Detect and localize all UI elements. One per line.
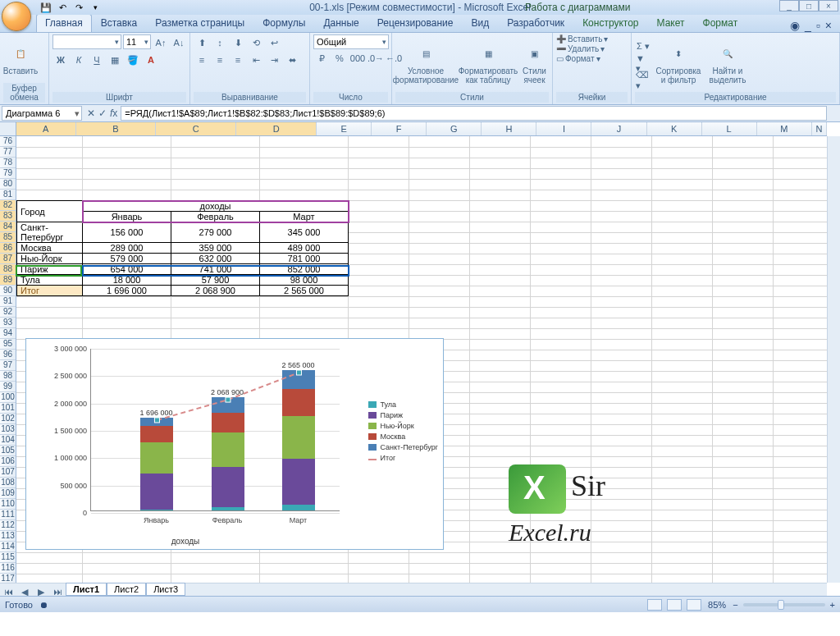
minimize-button[interactable]: _: [779, 0, 799, 11]
office-button[interactable]: [2, 2, 31, 31]
legend-item[interactable]: Нью-Йорк: [368, 422, 438, 430]
autosum-icon[interactable]: Σ ▾: [635, 38, 651, 54]
chart-x-title: доходы: [26, 537, 345, 546]
maximize-button[interactable]: □: [799, 0, 819, 11]
align-middle-icon[interactable]: ↕: [212, 34, 228, 51]
increase-decimal-icon[interactable]: .0→: [368, 50, 384, 66]
italic-icon[interactable]: К: [71, 52, 87, 68]
horizontal-scrollbar[interactable]: [185, 583, 827, 596]
page-layout-view-icon[interactable]: [667, 599, 682, 611]
tab-chart-format[interactable]: Формат: [694, 14, 747, 32]
orientation-icon[interactable]: ⟲: [248, 34, 264, 51]
tab-developer[interactable]: Разработчик: [498, 14, 573, 32]
insert-cells-button[interactable]: ➕Вставить ▾: [556, 34, 608, 43]
conditional-formatting-button[interactable]: ▤Условное форматирование: [395, 42, 456, 85]
sheet-nav-first-icon[interactable]: ⏮: [0, 583, 16, 596]
delete-cells-button[interactable]: ➖Удалить ▾: [556, 44, 605, 53]
clear-icon[interactable]: ⌫ ▾: [635, 72, 651, 89]
font-size-combo[interactable]: 11: [123, 34, 151, 49]
currency-icon[interactable]: ₽: [313, 50, 330, 66]
zoom-slider[interactable]: [743, 603, 825, 606]
bold-icon[interactable]: Ж: [52, 52, 69, 68]
tab-home[interactable]: Главная: [36, 14, 92, 32]
formula-bar[interactable]: =РЯД(Лист1!$A$89;Лист1!$B$82:$D$83;Лист1…: [121, 106, 827, 121]
legend-item[interactable]: Тула: [368, 400, 438, 409]
sheet-nav-next-icon[interactable]: ▶: [33, 583, 49, 596]
row-headers[interactable]: 7677787980818283848586878889909192939495…: [0, 136, 16, 583]
win-close-icon[interactable]: ×: [825, 19, 832, 32]
underline-icon[interactable]: Ч: [89, 52, 105, 68]
close-button[interactable]: ×: [819, 0, 838, 11]
align-top-icon[interactable]: ⬆: [194, 34, 210, 51]
indent-increase-icon[interactable]: ⇥: [266, 52, 282, 68]
column-headers[interactable]: ABCDEFGHIJKLMN: [16, 122, 827, 136]
macro-record-icon[interactable]: ⏺: [39, 600, 48, 610]
legend-item[interactable]: Париж: [368, 411, 438, 419]
tab-pagelayout[interactable]: Разметка страницы: [146, 14, 253, 32]
chart-category-label: Февраль: [203, 516, 252, 524]
find-select-button[interactable]: 🔍Найти и выделить: [705, 42, 750, 85]
select-all-button[interactable]: [0, 122, 16, 136]
font-color-icon[interactable]: A: [143, 52, 159, 68]
percent-icon[interactable]: %: [331, 50, 348, 66]
comma-icon[interactable]: 000: [349, 50, 366, 66]
tab-insert[interactable]: Вставка: [92, 14, 147, 32]
tab-formulas[interactable]: Формулы: [253, 14, 314, 32]
qat-dropdown-icon[interactable]: ▾: [89, 1, 102, 14]
undo-icon[interactable]: ↶: [56, 1, 69, 14]
save-icon[interactable]: 💾: [39, 1, 52, 14]
cancel-formula-icon[interactable]: ✕: [87, 108, 95, 119]
fill-icon[interactable]: ▼ ▾: [635, 55, 651, 71]
cell-styles-button[interactable]: ▣Стили ячеек: [520, 42, 549, 85]
win-restore-icon[interactable]: ▫: [816, 19, 820, 32]
normal-view-icon[interactable]: [647, 599, 662, 611]
legend-item[interactable]: Санкт-Петербург: [368, 443, 438, 451]
sheet-nav-last-icon[interactable]: ⏭: [49, 583, 66, 596]
format-cells-button[interactable]: ▭Формат ▾: [556, 54, 600, 63]
merge-icon[interactable]: ⬌: [284, 52, 300, 68]
zoom-out-icon[interactable]: −: [733, 600, 737, 610]
grow-font-icon[interactable]: A↑: [153, 34, 169, 51]
tab-chart-layout[interactable]: Макет: [648, 14, 694, 32]
zoom-level[interactable]: 85%: [708, 600, 726, 610]
align-left-icon[interactable]: ≡: [194, 52, 210, 68]
align-center-icon[interactable]: ≡: [212, 52, 228, 68]
border-icon[interactable]: ▦: [107, 52, 123, 68]
group-font: Шрифт: [52, 92, 186, 103]
legend-item[interactable]: Москва: [368, 432, 438, 441]
sheet-nav-prev-icon[interactable]: ◀: [16, 583, 33, 596]
sheet-tab[interactable]: Лист1: [66, 583, 107, 596]
zoom-in-icon[interactable]: +: [830, 600, 835, 610]
align-right-icon[interactable]: ≡: [230, 52, 246, 68]
tab-chart-design[interactable]: Конструктор: [573, 14, 647, 32]
align-bottom-icon[interactable]: ⬇: [230, 34, 246, 51]
shrink-font-icon[interactable]: A↓: [171, 34, 187, 51]
vertical-scrollbar[interactable]: [827, 136, 840, 583]
tab-data[interactable]: Данные: [314, 14, 368, 32]
name-box[interactable]: Диаграмма 6: [2, 106, 82, 121]
page-break-view-icon[interactable]: [687, 599, 701, 611]
win-min-icon[interactable]: _: [805, 19, 811, 32]
sheet-tab[interactable]: Лист2: [107, 583, 146, 596]
redo-icon[interactable]: ↷: [72, 1, 85, 14]
number-format-combo[interactable]: Общий: [313, 34, 389, 49]
tab-review[interactable]: Рецензирование: [368, 14, 463, 32]
sort-filter-icon: ⬍: [667, 42, 690, 65]
fx-icon[interactable]: fx: [110, 108, 117, 119]
indent-decrease-icon[interactable]: ⇤: [248, 52, 264, 68]
tab-view[interactable]: Вид: [462, 14, 498, 32]
paste-button[interactable]: 📋Вставить: [3, 42, 38, 75]
fill-color-icon[interactable]: 🪣: [125, 52, 141, 68]
sheet-tab[interactable]: Лист3: [146, 583, 185, 596]
sort-filter-button[interactable]: ⬍Сортировка и фильтр: [654, 42, 703, 85]
legend-item[interactable]: Итог: [368, 454, 438, 462]
chart-legend[interactable]: ТулаПарижНью-ЙоркМоскваСанкт-ПетербургИт…: [368, 398, 438, 464]
worksheet-cells[interactable]: ГороддоходыЯнварьФевральМартСанкт-Петерб…: [16, 136, 827, 583]
font-name-combo[interactable]: [52, 34, 121, 49]
enter-formula-icon[interactable]: ✓: [98, 108, 107, 119]
wrap-text-icon[interactable]: ↩: [266, 34, 282, 51]
chart-object[interactable]: 0500 0001 000 0001 500 0002 000 0002 500…: [25, 338, 444, 550]
help-icon[interactable]: ◉: [790, 19, 800, 32]
format-as-table-button[interactable]: ▦Форматировать как таблицу: [459, 42, 518, 85]
chart-plot-area[interactable]: [90, 349, 340, 511]
